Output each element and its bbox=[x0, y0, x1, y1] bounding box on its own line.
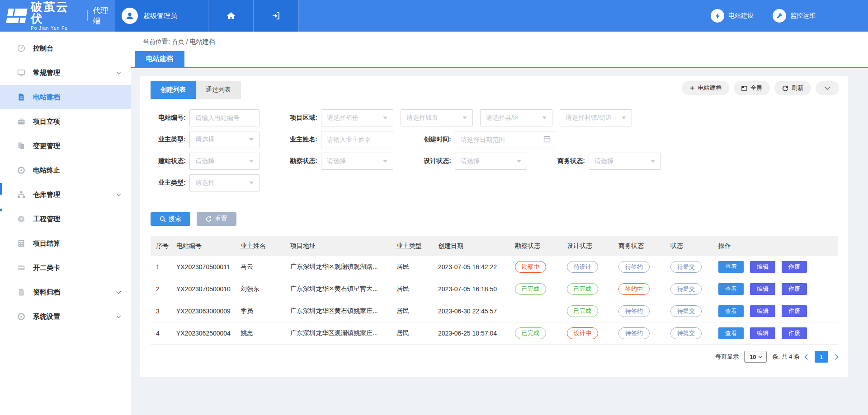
filter-form: 电站编号: 项目区域: 请选择省份 请选择城市 请选择县/区 bbox=[140, 99, 848, 191]
sidebar-item-warehouse-mgmt[interactable]: 仓库管理 bbox=[0, 182, 131, 207]
card-head: 创建列表 通过列表 电站建档 全屏 刷新 bbox=[140, 76, 848, 99]
sidebar-item-type2-card[interactable]: 开二类卡 bbox=[0, 256, 131, 280]
caret-down-icon bbox=[542, 117, 547, 119]
breadcrumb: 当前位置: 首页 / 电站建档 bbox=[131, 38, 868, 46]
status-badge: 待提交 bbox=[670, 261, 702, 273]
nav-monitor-ops[interactable]: 监控运维 bbox=[773, 9, 816, 23]
city-select[interactable]: 请选择城市 bbox=[401, 109, 473, 126]
file-icon bbox=[17, 288, 25, 296]
void-button[interactable]: 作废 bbox=[782, 283, 807, 295]
settings-icon bbox=[17, 312, 25, 321]
breadcrumb-path[interactable]: 首页 / 电站建档 bbox=[172, 38, 215, 45]
sidebar-item-project-approval[interactable]: 项目立项 bbox=[0, 109, 131, 134]
sidebar-item-change-mgmt[interactable]: 变更管理 bbox=[0, 134, 131, 158]
void-button[interactable]: 作废 bbox=[782, 261, 807, 273]
collapse-toolbar-button[interactable] bbox=[816, 81, 839, 95]
sidebar: 控制台 常规管理 电站建档 项目立项 变更管理 电站终止 仓库管理 工程管理 项… bbox=[0, 32, 131, 415]
tab-passed-list[interactable]: 通过列表 bbox=[196, 81, 241, 99]
owner-name-label: 业主姓名: bbox=[282, 135, 317, 144]
edit-button[interactable]: 编辑 bbox=[750, 327, 775, 339]
table-row: 1 YX2023070500011 马云 广东深圳龙华区观澜镇观湖路... 居民… bbox=[151, 256, 838, 278]
town-select[interactable]: 请选择村镇/街道 bbox=[560, 109, 632, 126]
sidebar-item-data-archive[interactable]: 资料归档 bbox=[0, 280, 131, 304]
sitemap-icon bbox=[17, 191, 25, 199]
page-number-1[interactable]: 1 bbox=[815, 351, 828, 363]
owner-type-2-select[interactable]: 请选择 bbox=[189, 174, 259, 191]
sidebar-scrollbar[interactable] bbox=[0, 209, 2, 211]
edit-button[interactable]: 编辑 bbox=[750, 283, 775, 295]
view-button[interactable]: 查看 bbox=[718, 283, 744, 295]
document-icon bbox=[17, 93, 25, 101]
view-button[interactable]: 查看 bbox=[718, 305, 744, 317]
caret-down-icon bbox=[383, 117, 387, 119]
user-menu[interactable]: 超级管理员 bbox=[115, 0, 208, 32]
county-select[interactable]: 请选择县/区 bbox=[480, 109, 552, 126]
logo-mark-icon bbox=[6, 9, 28, 23]
logout-button[interactable] bbox=[254, 0, 299, 32]
tab-create-list[interactable]: 创建列表 bbox=[151, 81, 196, 99]
sidebar-item-general-mgmt[interactable]: 常规管理 bbox=[0, 61, 131, 85]
fullscreen-button[interactable]: 全屏 bbox=[734, 81, 770, 95]
reset-icon bbox=[206, 216, 212, 222]
chevron-down-icon bbox=[117, 191, 121, 196]
next-page-button[interactable] bbox=[833, 354, 839, 360]
design-status-select[interactable]: 请选择 bbox=[455, 153, 527, 170]
view-button[interactable]: 查看 bbox=[718, 261, 744, 273]
sidebar-item-station-termination[interactable]: 电站终止 bbox=[0, 158, 131, 182]
avatar bbox=[122, 8, 138, 24]
station-no-input[interactable] bbox=[189, 109, 259, 126]
survey-status-select[interactable]: 请选择 bbox=[321, 153, 393, 170]
status-badge: 待设计 bbox=[567, 261, 598, 273]
main-content: 当前位置: 首页 / 电站建档 电站建档 创建列表 通过列表 电站建档 全屏 bbox=[131, 32, 868, 415]
add-station-button[interactable]: 电站建档 bbox=[682, 81, 729, 95]
owner-type-select[interactable]: 请选择 bbox=[189, 131, 259, 148]
business-status-select[interactable]: 请选择 bbox=[589, 153, 661, 170]
card-icon bbox=[17, 264, 25, 272]
dashboard-icon bbox=[17, 215, 25, 223]
caret-down-icon bbox=[249, 182, 254, 184]
edit-button[interactable]: 编辑 bbox=[750, 261, 775, 273]
void-button[interactable]: 作废 bbox=[782, 305, 807, 317]
owner-name-input[interactable] bbox=[321, 131, 393, 148]
table-header: 序号 电站编号 业主姓名 项目地址 业主类型 创建日期 勘察状态 设计状态 商务… bbox=[151, 236, 838, 256]
per-page-label: 每页显示 bbox=[715, 353, 739, 361]
page-tab-station-archive[interactable]: 电站建档 bbox=[135, 51, 184, 67]
home-button[interactable] bbox=[208, 0, 254, 32]
sidebar-item-engineering-mgmt[interactable]: 工程管理 bbox=[0, 207, 131, 231]
date-range-input[interactable] bbox=[455, 131, 555, 148]
caret-down-icon bbox=[249, 160, 254, 163]
reset-button[interactable]: 重置 bbox=[197, 212, 236, 226]
sidebar-item-project-settlement[interactable]: 项目结算 bbox=[0, 231, 131, 256]
status-badge: 勘察中 bbox=[515, 261, 546, 273]
refresh-button[interactable]: 刷新 bbox=[774, 81, 811, 95]
edit-button[interactable]: 编辑 bbox=[750, 305, 775, 317]
pagination: 每页显示 10 条, 共 4 条 1 bbox=[140, 351, 838, 363]
caret-down-icon bbox=[462, 117, 467, 119]
province-select[interactable]: 请选择省份 bbox=[321, 109, 393, 126]
nav-station-build[interactable]: 电站建设 bbox=[711, 9, 754, 23]
void-button[interactable]: 作废 bbox=[782, 327, 807, 339]
chevron-down-icon bbox=[117, 313, 121, 318]
per-page-select[interactable]: 10 bbox=[744, 351, 767, 363]
region-label: 项目区域: bbox=[282, 114, 317, 122]
sidebar-item-system-settings[interactable]: 系统设置 bbox=[0, 304, 131, 329]
circle-dot-icon bbox=[17, 166, 25, 174]
prev-page-button[interactable] bbox=[804, 354, 810, 360]
view-button[interactable]: 查看 bbox=[718, 327, 744, 339]
status-badge: 待提交 bbox=[670, 283, 702, 295]
logout-icon bbox=[271, 10, 282, 21]
search-icon bbox=[160, 216, 166, 222]
search-button[interactable]: 搜索 bbox=[151, 212, 190, 226]
sidebar-item-station-archive[interactable]: 电站建档 bbox=[0, 85, 131, 109]
station-table: 序号 电站编号 业主姓名 项目地址 业主类型 创建日期 勘察状态 设计状态 商务… bbox=[151, 236, 838, 345]
user-name: 超级管理员 bbox=[143, 12, 177, 20]
survey-status-label: 勘察状态: bbox=[282, 157, 317, 165]
sidebar-item-dashboard[interactable]: 控制台 bbox=[0, 36, 131, 61]
status-badge: 签约中 bbox=[618, 283, 650, 295]
build-status-select[interactable]: 请选择 bbox=[189, 153, 259, 170]
status-badge: 待签约 bbox=[618, 261, 650, 273]
logo-subtitle: Po Jian Yun Fu bbox=[31, 26, 80, 31]
topbar-right-nav: 电站建设 监控运维 bbox=[711, 0, 868, 32]
design-status-label: 设计状态: bbox=[416, 157, 451, 165]
sidebar-scrollbar[interactable] bbox=[0, 183, 2, 195]
